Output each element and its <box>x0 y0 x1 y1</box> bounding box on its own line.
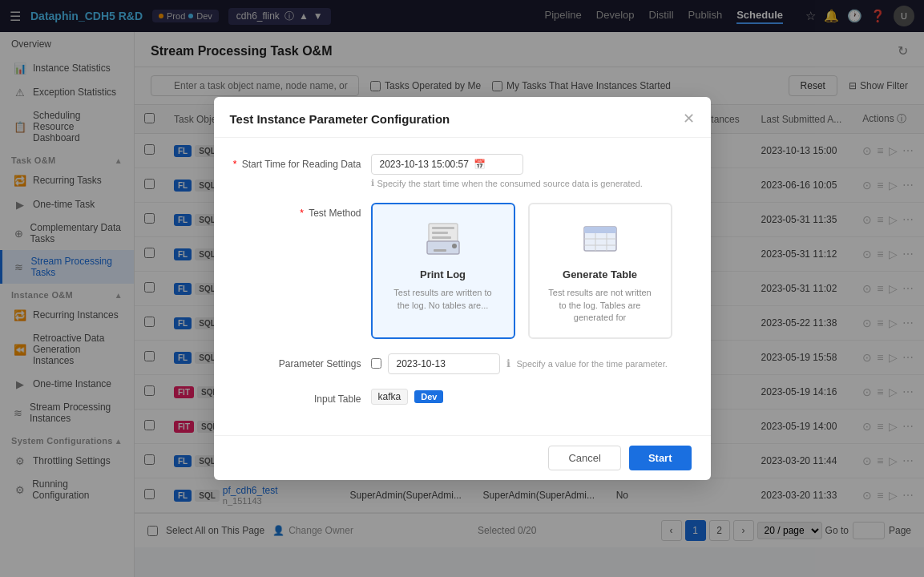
param-hint-icon: ℹ <box>506 357 510 369</box>
modal-body: * Start Time for Reading Data 2023-10-13… <box>214 138 711 434</box>
start-time-text: 2023-10-13 15:00:57 <box>380 159 469 170</box>
param-settings-label: Parameter Settings <box>233 353 361 369</box>
input-table-value: kafka Dev <box>371 389 692 405</box>
print-log-desc: Test results are written to the log. No … <box>389 287 498 312</box>
generate-table-icon <box>578 217 623 262</box>
test-method-value: Print Log Test results are written to th… <box>371 203 692 338</box>
print-log-title: Print Log <box>420 268 466 280</box>
input-table-label: Input Table <box>233 389 361 405</box>
start-button[interactable]: Start <box>629 446 692 470</box>
calendar-icon: 📅 <box>474 159 486 170</box>
modal-overlay[interactable]: Test Instance Parameter Configuration ✕ … <box>0 0 924 577</box>
svg-rect-1 <box>432 227 454 229</box>
start-time-hint: ℹ Specify the start time when the consum… <box>371 178 692 188</box>
start-time-input[interactable]: 2023-10-13 15:00:57 📅 <box>371 154 523 175</box>
required-mark2: * <box>300 208 304 219</box>
generate-table-title: Generate Table <box>563 268 637 280</box>
start-time-value: 2023-10-13 15:00:57 📅 ℹ Specify the star… <box>371 154 692 188</box>
hint-icon: ℹ <box>371 178 374 188</box>
test-method-label: * Test Method <box>233 203 361 219</box>
modal-close-button[interactable]: ✕ <box>683 110 695 127</box>
start-time-label: * Start Time for Reading Data <box>233 154 361 170</box>
method-cards: Print Log Test results are written to th… <box>371 203 692 338</box>
param-check[interactable] <box>371 358 381 369</box>
modal-header: Test Instance Parameter Configuration ✕ <box>214 97 711 138</box>
required-mark: * <box>233 159 237 170</box>
param-settings-value: ℹ Specify a value for the time parameter… <box>371 353 692 374</box>
method-print-log[interactable]: Print Log Test results are written to th… <box>371 203 515 338</box>
svg-rect-2 <box>432 232 448 234</box>
modal-title: Test Instance Parameter Configuration <box>230 112 450 126</box>
print-log-icon <box>421 217 466 262</box>
generate-table-desc: Test results are not written to the log.… <box>546 287 655 324</box>
start-time-row: * Start Time for Reading Data 2023-10-13… <box>233 154 692 188</box>
cancel-button[interactable]: Cancel <box>548 446 620 470</box>
param-hint-text: Specify a value for the time parameter. <box>517 359 668 369</box>
modal: Test Instance Parameter Configuration ✕ … <box>214 97 711 479</box>
input-table-row: Input Table kafka Dev <box>233 389 692 405</box>
test-method-row: * Test Method <box>233 203 692 338</box>
svg-rect-3 <box>432 236 451 239</box>
method-generate-table[interactable]: Generate Table Test results are not writ… <box>528 203 672 338</box>
svg-rect-8 <box>584 227 616 233</box>
modal-footer: Cancel Start <box>214 435 711 480</box>
svg-point-5 <box>452 244 457 248</box>
param-settings-row: Parameter Settings ℹ Specify a value for… <box>233 353 692 374</box>
kafka-badge: kafka <box>371 389 409 405</box>
svg-rect-6 <box>434 249 446 252</box>
dev-badge: Dev <box>414 390 443 403</box>
param-input[interactable] <box>388 353 500 374</box>
